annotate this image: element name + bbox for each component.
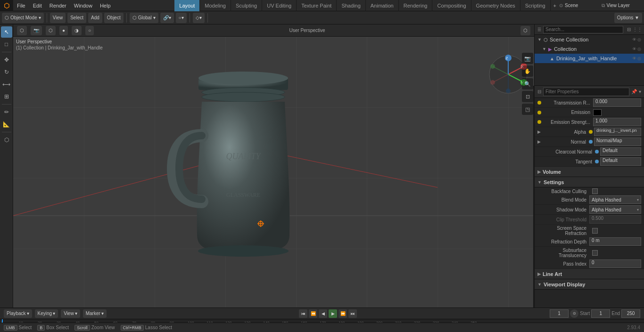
marker-btn[interactable]: Marker▾ bbox=[83, 309, 107, 318]
viewport-view-menu[interactable]: ⬡ bbox=[17, 26, 27, 35]
transform-pivot[interactable]: ◇▾ bbox=[193, 13, 205, 23]
jump-end-btn[interactable]: ⏭ bbox=[348, 309, 357, 318]
view-menu-btn[interactable]: View bbox=[50, 13, 66, 23]
refraction-depth-input[interactable]: 0 m bbox=[589, 237, 641, 246]
options-btn[interactable]: Options ▼ bbox=[614, 13, 642, 23]
add-menu-btn[interactable]: Add bbox=[88, 13, 102, 23]
alpha-input[interactable]: drinking_j..._invert.pn bbox=[594, 128, 641, 136]
render-icon[interactable]: ◎ bbox=[637, 37, 641, 42]
normal-input[interactable]: Normal/Map bbox=[594, 138, 641, 146]
volume-section-header[interactable]: ▶ Volume bbox=[535, 167, 644, 177]
mesh-eye-icon[interactable]: 👁 bbox=[632, 56, 636, 61]
pass-index-input[interactable]: 0 bbox=[589, 259, 641, 268]
tab-geometry-nodes[interactable]: Geometry Nodes bbox=[471, 0, 520, 11]
tool-add-cube[interactable]: ⬡ bbox=[1, 134, 12, 146]
viewport-display-label: Viewport Display bbox=[544, 282, 585, 287]
frame-clock-icon[interactable]: ⊙ bbox=[570, 309, 578, 318]
tool-cursor[interactable]: ↖ bbox=[1, 26, 12, 38]
tool-select-box[interactable]: □ bbox=[1, 39, 12, 50]
jump-start-btn[interactable]: ⏮ bbox=[299, 309, 307, 318]
select-menu-btn[interactable]: Select bbox=[67, 13, 86, 23]
perspective-toggle[interactable]: ⊡ bbox=[522, 91, 533, 102]
camera-view-btn[interactable]: 📷 bbox=[522, 53, 533, 64]
tab-modeling[interactable]: Modeling bbox=[200, 0, 231, 11]
menu-file[interactable]: File bbox=[13, 0, 29, 11]
hand-tool-btn[interactable]: ✋ bbox=[522, 65, 533, 77]
tab-sculpting[interactable]: Sculpting bbox=[231, 0, 262, 11]
viewport-select-menu[interactable]: 📷 bbox=[31, 26, 42, 35]
tab-animation[interactable]: Animation bbox=[366, 0, 399, 11]
clip-threshold-input[interactable]: 0.500 bbox=[589, 215, 641, 224]
show-gizmos-btn[interactable]: ⬡ bbox=[520, 26, 530, 35]
tab-scripting[interactable]: Scripting bbox=[520, 0, 551, 11]
filter-icon[interactable]: ⊟ bbox=[625, 26, 633, 33]
tab-shading[interactable]: Shading bbox=[337, 0, 365, 11]
end-frame-input[interactable] bbox=[621, 309, 640, 318]
keying-btn[interactable]: Keying▾ bbox=[35, 309, 58, 318]
zoom-btn[interactable]: 🔍 bbox=[522, 78, 533, 89]
current-frame-input[interactable] bbox=[550, 309, 569, 318]
menu-render[interactable]: Render bbox=[46, 0, 70, 11]
tool-move[interactable]: ✥ bbox=[1, 54, 12, 65]
outliner-search[interactable] bbox=[543, 26, 623, 33]
settings-section-header[interactable]: ▼ Settings bbox=[535, 177, 644, 187]
backface-culling-checkbox[interactable] bbox=[592, 188, 598, 194]
step-back-btn[interactable]: ⏪ bbox=[309, 309, 317, 318]
blend-mode-dropdown[interactable]: Alpha Hashed ▾ bbox=[589, 195, 641, 204]
tool-transform[interactable]: ⊞ bbox=[1, 91, 12, 102]
emission-color-swatch[interactable] bbox=[593, 109, 602, 116]
tab-compositing[interactable]: Compositing bbox=[432, 0, 471, 11]
menu-edit[interactable]: Edit bbox=[29, 0, 46, 11]
tab-texture-paint[interactable]: Texture Paint bbox=[297, 0, 337, 11]
sort-icon[interactable]: ⋮⋮ bbox=[634, 26, 641, 33]
st-checkbox[interactable] bbox=[592, 250, 598, 256]
collection-eye-icon[interactable]: 👁 bbox=[632, 47, 636, 51]
view-layer-name[interactable]: View Layer bbox=[607, 3, 642, 8]
viewport-shading-material[interactable]: ◑ bbox=[72, 26, 82, 35]
prop-pin-icon[interactable]: 📌 bbox=[631, 89, 637, 94]
menu-window[interactable]: Window bbox=[70, 0, 96, 11]
tool-scale[interactable]: ⟷ bbox=[1, 79, 12, 90]
viewport-shading-rendered[interactable]: ○ bbox=[85, 26, 94, 35]
tool-rotate[interactable]: ↻ bbox=[1, 66, 12, 78]
prop-chevron-icon[interactable]: ▾ bbox=[639, 89, 641, 94]
transmission-input[interactable]: 0.000 bbox=[593, 98, 641, 107]
collection-render-icon[interactable]: ◎ bbox=[637, 47, 641, 51]
outliner-mesh-object[interactable]: ▲ Drinking_Jar_with_Handle 👁 ◎ bbox=[535, 54, 644, 63]
tangent-input[interactable]: Default bbox=[600, 157, 641, 166]
outliner-collection[interactable]: ▼ ▶ Collection 👁 ◎ bbox=[535, 44, 644, 54]
start-frame-input[interactable] bbox=[591, 309, 610, 318]
playback-btn[interactable]: Playback▾ bbox=[4, 309, 32, 318]
timeline-view-btn[interactable]: View▾ bbox=[61, 309, 80, 318]
viewport-3d[interactable]: ⬡ 📷 ⬡ ● ◑ ○ User Perspective ⬡ bbox=[13, 24, 534, 308]
select-mode-object[interactable]: ⬡ Object Mode ▾ bbox=[2, 13, 44, 23]
proportional-edit-btn[interactable]: ○▾ bbox=[176, 13, 187, 23]
mesh-render-icon[interactable]: ◎ bbox=[637, 56, 641, 61]
scene-name[interactable]: Scene bbox=[565, 3, 600, 8]
step-forward-btn[interactable]: ⏩ bbox=[339, 309, 347, 318]
tab-rendering[interactable]: Rendering bbox=[399, 0, 433, 11]
tool-measure[interactable]: 📐 bbox=[1, 119, 12, 130]
properties-search[interactable] bbox=[543, 88, 629, 96]
transform-orientation[interactable]: ⬡ Global ▾ bbox=[130, 13, 158, 23]
tab-layout[interactable]: Layout bbox=[174, 0, 200, 11]
menu-help[interactable]: Help bbox=[96, 0, 115, 11]
play-btn[interactable]: ▶ bbox=[329, 309, 337, 318]
tool-annotate[interactable]: ✏ bbox=[1, 106, 12, 118]
shadow-mode-dropdown[interactable]: Alpha Hashed ▾ bbox=[589, 205, 641, 214]
play-reverse-btn[interactable]: ◀ bbox=[319, 309, 327, 318]
viewport-display-section-header[interactable]: ▼ Viewport Display bbox=[535, 279, 644, 290]
object-menu-btn[interactable]: Object bbox=[104, 13, 124, 23]
local-view-btn[interactable]: ◳ bbox=[522, 104, 533, 115]
outliner-scene-collection[interactable]: ▼ ⬡ Scene Collection 👁 ◎ bbox=[535, 35, 644, 44]
clearcoat-normal-input[interactable]: Default bbox=[600, 147, 641, 156]
viewport-shading-solid[interactable]: ● bbox=[59, 26, 68, 35]
viewport-overlay-btn[interactable]: ⬡ bbox=[46, 26, 56, 35]
ssr-checkbox[interactable] bbox=[592, 228, 598, 234]
add-workspace-button[interactable]: + bbox=[551, 3, 559, 8]
line-art-section-header[interactable]: ▶ Line Art bbox=[535, 269, 644, 279]
snap-btn[interactable]: 🔗▾ bbox=[160, 13, 174, 23]
eye-icon[interactable]: 👁 bbox=[632, 37, 636, 42]
tab-uv-editing[interactable]: UV Editing bbox=[262, 0, 297, 11]
emission-strength-input[interactable]: 1.000 bbox=[593, 118, 641, 126]
